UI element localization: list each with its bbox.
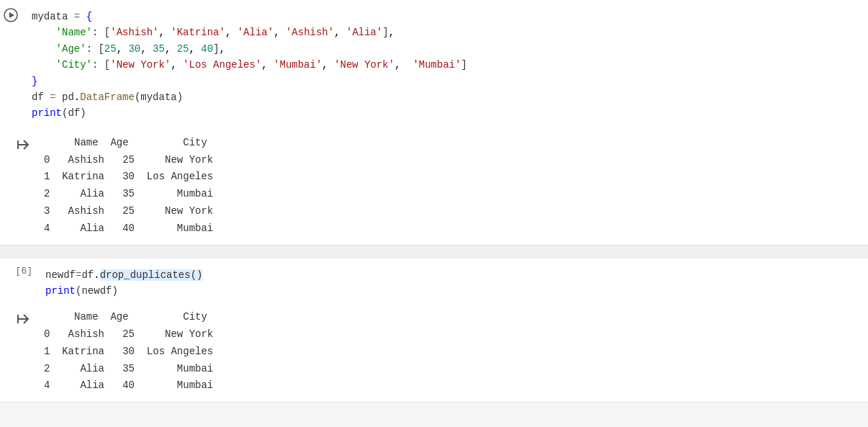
- output-header-1: Name Age City: [44, 135, 213, 152]
- code-line-3: 'Age': [25, 30, 35, 25, 40],: [32, 41, 862, 57]
- output-arrow-6: [0, 309, 40, 326]
- cell-1-code: mydata = { 'Name': ['Ashish', 'Katrina',…: [26, 6, 868, 125]
- output-row-4: 4 Alia 40 Mumbai: [44, 220, 213, 238]
- code-line-7: print(df): [32, 105, 862, 121]
- cell-6-output: Name Age City 0 Ashish 25 New York 1 Kat…: [0, 305, 868, 402]
- cell-6-number: [6]: [0, 264, 40, 277]
- cell-6-output-table: Name Age City 0 Ashish 25 New York 1 Kat…: [40, 309, 213, 395]
- code-line-2: 'Name': ['Ashish', 'Katrina', 'Alia', 'A…: [32, 24, 862, 40]
- output-6-row-1: 1 Katrina 30 Los Angeles: [44, 343, 213, 361]
- cell-1-block: mydata = { 'Name': ['Ashish', 'Katrina',…: [0, 0, 868, 246]
- code-6-line-1: newdf=df.drop_duplicates(): [45, 267, 862, 283]
- output-row-0: 0 Ashish 25 New York: [44, 152, 213, 169]
- svg-marker-1: [9, 12, 14, 18]
- code-6-line-2: print(newdf): [45, 283, 862, 299]
- cell-1-output-table: Name Age City 0 Ashish 25 New York 1 Kat…: [40, 135, 213, 238]
- output-6-header: Name Age City: [44, 309, 213, 326]
- code-line-6: df = pd.DataFrame(mydata): [32, 89, 862, 105]
- cell-1-input: mydata = { 'Name': ['Ashish', 'Katrina',…: [0, 0, 868, 130]
- output-row-2: 2 Alia 35 Mumbai: [44, 186, 213, 203]
- cell-1-output: Name Age City 0 Ashish 25 New York 1 Kat…: [0, 130, 868, 245]
- output-row-1: 1 Katrina 30 Los Angeles: [44, 168, 213, 186]
- output-arrow-1: [0, 135, 40, 152]
- gap-between-cells: [0, 246, 868, 259]
- cell-6-input: [6] newdf=df.drop_duplicates() print(new…: [0, 259, 868, 305]
- output-6-row-0: 0 Ashish 25 New York: [44, 326, 213, 343]
- cell-6-code: newdf=df.drop_duplicates() print(newdf): [40, 264, 868, 302]
- output-6-row-4: 4 Alia 40 Mumbai: [44, 377, 213, 395]
- output-6-row-2: 2 Alia 35 Mumbai: [44, 361, 213, 378]
- code-line-1: mydata = {: [32, 9, 862, 24]
- output-row-3: 3 Ashish 25 New York: [44, 203, 213, 220]
- code-line-5: }: [32, 73, 862, 89]
- run-button-1[interactable]: [0, 6, 22, 24]
- code-line-4: 'City': ['New York', 'Los Angeles', 'Mum…: [32, 57, 862, 73]
- cell-6-block: [6] newdf=df.drop_duplicates() print(new…: [0, 259, 868, 403]
